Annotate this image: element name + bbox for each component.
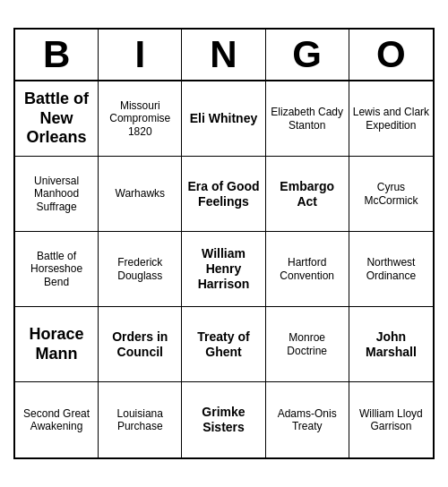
bingo-cell-19: John Marshall bbox=[349, 307, 433, 382]
bingo-header: BINGO bbox=[15, 30, 433, 81]
header-letter-n: N bbox=[182, 30, 265, 80]
header-letter-b: B bbox=[15, 30, 99, 80]
bingo-cell-0: Battle of New Orleans bbox=[15, 81, 99, 157]
bingo-cell-16: Orders in Council bbox=[99, 307, 182, 382]
bingo-cell-17: Treaty of Ghent bbox=[182, 307, 265, 382]
header-letter-i: I bbox=[99, 30, 182, 80]
bingo-cell-13: Hartford Convention bbox=[266, 232, 349, 307]
bingo-cell-9: Cyrus McCormick bbox=[349, 157, 433, 232]
bingo-cell-5: Universal Manhood Suffrage bbox=[15, 157, 99, 232]
bingo-cell-1: Missouri Compromise 1820 bbox=[99, 81, 182, 157]
bingo-cell-12: William Henry Harrison bbox=[182, 232, 265, 307]
bingo-grid: Battle of New OrleansMissouri Compromise… bbox=[15, 81, 433, 457]
bingo-cell-14: Northwest Ordinance bbox=[349, 232, 433, 307]
bingo-cell-8: Embargo Act bbox=[266, 157, 349, 232]
bingo-cell-10: Battle of Horseshoe Bend bbox=[15, 232, 99, 307]
bingo-cell-7: Era of Good Feelings bbox=[182, 157, 265, 232]
bingo-cell-21: Louisiana Purchase bbox=[99, 382, 182, 457]
bingo-cell-6: Warhawks bbox=[99, 157, 182, 232]
bingo-cell-15: Horace Mann bbox=[15, 307, 99, 382]
bingo-cell-11: Frederick Douglass bbox=[99, 232, 182, 307]
header-letter-o: O bbox=[349, 30, 433, 80]
header-letter-g: G bbox=[266, 30, 349, 80]
bingo-cell-4: Lewis and Clark Expedition bbox=[349, 81, 433, 157]
bingo-cell-2: Eli Whitney bbox=[182, 81, 265, 157]
bingo-cell-22: Grimke Sisters bbox=[182, 382, 265, 457]
bingo-cell-20: Second Great Awakening bbox=[15, 382, 99, 457]
bingo-cell-3: Elizabeth Cady Stanton bbox=[266, 81, 349, 157]
bingo-card: BINGO Battle of New OrleansMissouri Comp… bbox=[13, 28, 435, 459]
bingo-cell-23: Adams-Onis Treaty bbox=[266, 382, 349, 457]
bingo-cell-24: William Lloyd Garrison bbox=[349, 382, 433, 457]
bingo-cell-18: Monroe Doctrine bbox=[266, 307, 349, 382]
